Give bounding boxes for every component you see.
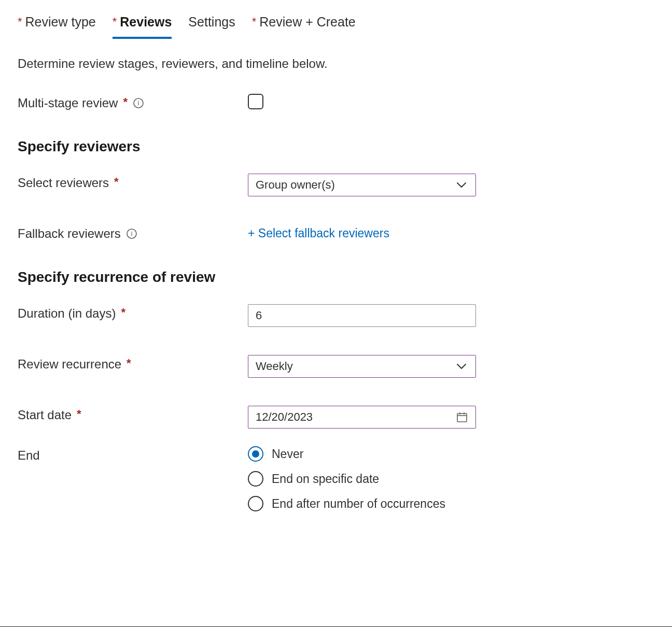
- chevron-down-icon: [455, 360, 468, 373]
- fallback-reviewers-label: Fallback reviewers i: [18, 224, 248, 241]
- tab-settings[interactable]: Settings: [188, 15, 235, 39]
- section-specify-reviewers: Specify reviewers: [18, 138, 654, 155]
- multi-stage-review-label: Multi-stage review * i: [18, 94, 248, 110]
- calendar-icon: [456, 411, 468, 423]
- required-marker: *: [77, 408, 81, 420]
- tab-review-type[interactable]: Review type: [18, 15, 96, 39]
- tab-review-create[interactable]: Review + Create: [252, 15, 356, 39]
- end-option-specific-date-label: End on specific date: [272, 472, 379, 486]
- review-recurrence-label: Review recurrence *: [18, 355, 248, 372]
- select-reviewers-label: Select reviewers *: [18, 174, 248, 190]
- radio-dot: [248, 446, 263, 462]
- section-specify-recurrence: Specify recurrence of review: [18, 269, 654, 286]
- start-date-value: 12/20/2023: [256, 410, 313, 424]
- end-option-occurrences[interactable]: End after number of occurrences: [248, 496, 476, 511]
- required-marker: *: [127, 358, 131, 369]
- start-date-label: Start date *: [18, 406, 248, 422]
- select-fallback-reviewers-link[interactable]: + Select fallback reviewers: [248, 226, 389, 240]
- review-recurrence-dropdown[interactable]: Weekly: [248, 355, 476, 378]
- end-radio-group: Never End on specific date End after num…: [248, 446, 476, 511]
- multi-stage-review-control: [248, 94, 476, 109]
- end-option-never[interactable]: Never: [248, 446, 476, 462]
- radio-dot: [248, 496, 263, 511]
- select-reviewers-value: Group owner(s): [256, 178, 335, 192]
- review-recurrence-value: Weekly: [256, 360, 293, 373]
- svg-text:i: i: [138, 99, 139, 107]
- tab-review-create-label: Review + Create: [259, 15, 356, 30]
- select-reviewers-dropdown[interactable]: Group owner(s): [248, 174, 476, 196]
- required-marker: *: [114, 176, 119, 188]
- start-date-input[interactable]: 12/20/2023: [248, 406, 476, 429]
- tab-settings-label: Settings: [188, 15, 235, 30]
- end-option-specific-date[interactable]: End on specific date: [248, 471, 476, 487]
- svg-rect-4: [457, 414, 467, 422]
- intro-text: Determine review stages, reviewers, and …: [18, 56, 654, 71]
- info-icon[interactable]: i: [133, 97, 144, 109]
- duration-value: 6: [256, 309, 262, 322]
- tab-reviews[interactable]: Reviews: [113, 15, 172, 39]
- required-marker: *: [123, 96, 128, 108]
- duration-label: Duration (in days) *: [18, 304, 248, 321]
- tab-reviews-label: Reviews: [120, 15, 172, 30]
- required-marker: *: [121, 307, 125, 318]
- end-option-never-label: Never: [272, 447, 303, 461]
- end-option-occurrences-label: End after number of occurrences: [272, 497, 445, 511]
- radio-dot: [248, 471, 263, 487]
- multi-stage-review-checkbox[interactable]: [248, 94, 263, 109]
- svg-text:i: i: [131, 230, 132, 237]
- end-label: End: [18, 446, 248, 463]
- info-icon[interactable]: i: [126, 228, 137, 239]
- duration-input[interactable]: 6: [248, 304, 476, 327]
- tab-review-type-label: Review type: [25, 15, 96, 30]
- chevron-down-icon: [455, 178, 468, 192]
- wizard-tabs: Review type Reviews Settings Review + Cr…: [18, 15, 654, 39]
